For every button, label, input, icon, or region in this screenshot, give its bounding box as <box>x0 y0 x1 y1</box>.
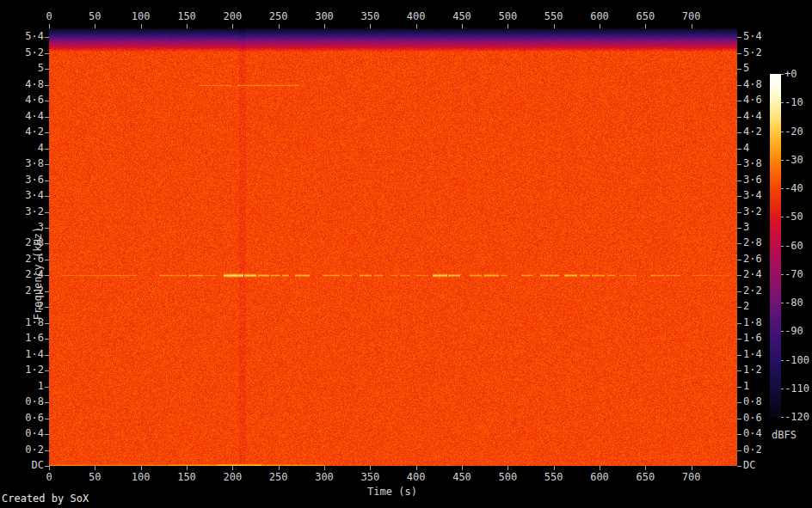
x-tick-mark <box>370 24 371 28</box>
y-tick-label: 1·4 <box>8 349 44 360</box>
y-tick-mark <box>45 291 49 292</box>
y-tick-mark <box>737 53 741 54</box>
y-tick-label: 5·4 <box>743 31 762 42</box>
y-tick-label: 0·4 <box>8 428 44 439</box>
sox-spectrogram: 0501001502002503003504004505005506006507… <box>0 0 812 508</box>
y-tick-mark <box>737 307 741 308</box>
colorbar-tick-mark <box>781 132 784 132</box>
x-tick-mark <box>600 466 600 470</box>
colorbar-tick-label: -90 <box>784 326 803 337</box>
x-tick-label: 550 <box>544 11 563 22</box>
colorbar-tick-mark <box>781 274 784 275</box>
colorbar-tick-mark <box>781 102 784 103</box>
y-tick-label: 5·2 <box>8 47 44 58</box>
y-tick-label: 3·2 <box>743 206 762 217</box>
y-tick-mark <box>737 181 741 181</box>
y-tick-mark <box>737 355 741 356</box>
x-tick-mark <box>232 466 233 470</box>
y-tick-label: 1·2 <box>743 364 762 376</box>
colorbar-tick-label: -60 <box>784 241 803 252</box>
x-tick-label: 600 <box>590 11 609 22</box>
y-tick-label: 2·8 <box>743 237 762 248</box>
y-tick-label: 4·6 <box>743 95 762 106</box>
y-tick-label: 4·4 <box>743 111 762 122</box>
x-tick-mark <box>95 466 95 470</box>
y-tick-mark <box>45 196 49 197</box>
x-tick-mark <box>508 24 508 28</box>
y-tick-label: 1·2 <box>8 364 44 376</box>
x-tick-mark <box>508 466 508 470</box>
y-tick-mark <box>737 402 741 403</box>
x-tick-label: 450 <box>452 11 471 22</box>
y-tick-mark <box>737 450 741 451</box>
y-axis-title: Frequency (kHz) <box>32 227 44 320</box>
x-tick-label: 50 <box>89 472 101 483</box>
y-tick-mark <box>737 466 741 467</box>
x-tick-label: 0 <box>46 472 52 483</box>
y-tick-label: 4 <box>743 143 749 154</box>
colorbar-tick-mark <box>781 74 784 75</box>
y-tick-mark <box>737 69 741 70</box>
y-tick-mark <box>45 260 49 260</box>
colorbar-tick-mark <box>781 217 784 217</box>
y-tick-mark <box>45 85 49 86</box>
y-tick-label: 0·8 <box>743 396 762 407</box>
colorbar-tick-mark <box>781 303 784 303</box>
y-tick-mark <box>737 387 741 388</box>
x-tick-label: 450 <box>452 472 471 483</box>
x-tick-label: 700 <box>682 11 701 22</box>
y-tick-mark <box>45 69 49 70</box>
y-tick-mark <box>737 228 741 229</box>
y-tick-mark <box>45 117 49 118</box>
y-tick-label: 5·2 <box>743 47 762 58</box>
x-tick-mark <box>416 24 417 28</box>
y-tick-label: 0·4 <box>743 428 762 439</box>
y-tick-mark <box>737 149 741 150</box>
y-tick-label: 5·4 <box>8 31 44 42</box>
x-tick-label: 500 <box>498 11 517 22</box>
colorbar-tick-mark <box>781 417 784 418</box>
x-tick-label: 400 <box>407 11 426 22</box>
x-tick-label: 0 <box>46 11 52 22</box>
colorbar-unit-label: dBFS <box>772 429 797 441</box>
x-tick-label: 500 <box>498 472 517 483</box>
y-tick-label: 5 <box>8 63 44 74</box>
x-tick-mark <box>600 24 600 28</box>
x-tick-label: 350 <box>360 11 379 22</box>
y-tick-mark <box>45 53 49 54</box>
y-tick-label: 0·8 <box>8 396 44 407</box>
y-tick-label: 0·2 <box>8 444 44 456</box>
y-tick-mark <box>737 275 741 276</box>
y-tick-mark <box>737 323 741 324</box>
y-tick-label: 3 <box>743 222 749 233</box>
x-tick-mark <box>324 24 325 28</box>
colorbar-tick-label: -120 <box>784 412 809 423</box>
x-tick-label: 350 <box>360 472 379 483</box>
y-tick-label: 3·4 <box>8 190 44 201</box>
x-tick-mark <box>645 24 646 28</box>
y-tick-label: 3·8 <box>8 158 44 169</box>
y-tick-mark <box>45 323 49 324</box>
y-tick-mark <box>737 339 741 340</box>
x-tick-mark <box>141 24 142 28</box>
y-tick-label: 5 <box>743 63 749 74</box>
y-tick-label: 2·6 <box>743 254 762 265</box>
y-tick-mark <box>737 212 741 213</box>
y-tick-mark <box>737 164 741 165</box>
x-tick-mark <box>187 24 188 28</box>
y-tick-label: 3·2 <box>8 206 44 217</box>
x-tick-mark <box>370 466 371 470</box>
y-tick-mark <box>45 419 49 419</box>
x-tick-label: 400 <box>407 472 426 483</box>
x-tick-label: 250 <box>269 472 288 483</box>
y-tick-label: 0·6 <box>8 413 44 424</box>
y-tick-label: 0·6 <box>743 413 762 424</box>
colorbar-tick-label: -110 <box>784 383 809 395</box>
x-tick-label: 700 <box>682 472 701 483</box>
y-tick-label: 4·2 <box>8 126 44 138</box>
x-tick-label: 250 <box>269 11 288 22</box>
y-tick-mark <box>737 260 741 260</box>
y-tick-mark <box>45 212 49 213</box>
y-tick-mark <box>45 466 49 467</box>
y-tick-label: 1·8 <box>743 317 762 328</box>
